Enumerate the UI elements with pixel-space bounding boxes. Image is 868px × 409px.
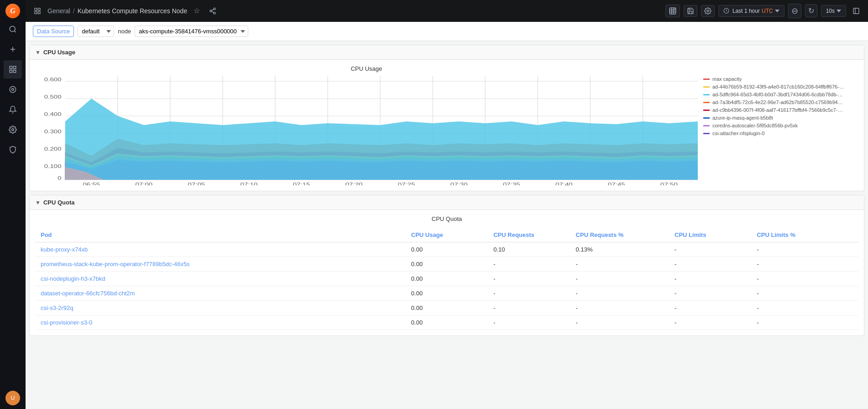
- legend-label-1: ad-44b76b59-8192-43f9-a4e0-817cb160c208-…: [712, 84, 845, 89]
- cell-lim-pct-5: -: [751, 315, 858, 330]
- col-header-requests-pct[interactable]: CPU Requests %: [570, 228, 669, 242]
- legend-label-7: csi-attacher-nfsplugin-0: [712, 131, 764, 136]
- sidebar-item-explore[interactable]: [4, 80, 22, 99]
- cpu-usage-chart: 0.600 0.500 0.400 0.300 0.200 0.100 0: [35, 76, 698, 185]
- svg-text:07:10: 07:10: [241, 182, 258, 185]
- legend-label-max-capacity: max capacity: [712, 76, 742, 82]
- legend-item-5[interactable]: azure-ip-masq-agent-b5b8t: [703, 115, 858, 121]
- svg-text:07:15: 07:15: [293, 182, 310, 185]
- legend-item-max-capacity[interactable]: max capacity: [703, 76, 858, 82]
- cpu-quota-chevron-icon: ▼: [35, 199, 41, 206]
- col-header-requests[interactable]: CPU Requests: [488, 228, 570, 242]
- sidebar-toggle-button[interactable]: [850, 5, 863, 16]
- breadcrumb-general[interactable]: General: [47, 7, 70, 15]
- svg-text:07:40: 07:40: [555, 182, 573, 185]
- cell-req-pct-2: -: [570, 272, 669, 286]
- breadcrumb: General / Kubernetes Compute Resources N…: [47, 7, 187, 15]
- sidebar-item-search[interactable]: [4, 20, 22, 38]
- cell-pod-5[interactable]: csi-provisioner-s3-0: [35, 315, 406, 330]
- add-panel-button[interactable]: [665, 5, 680, 17]
- svg-line-19: [212, 9, 214, 10]
- utc-label: UTC: [762, 8, 773, 14]
- grid-icon-button[interactable]: [31, 5, 44, 16]
- svg-rect-4: [10, 66, 12, 68]
- grafana-logo[interactable]: G: [5, 4, 20, 18]
- cpu-usage-section-header[interactable]: ▼ CPU Usage: [30, 45, 864, 60]
- svg-rect-11: [35, 8, 37, 10]
- svg-point-8: [10, 86, 16, 93]
- cell-pod-0[interactable]: kube-proxy-x74xb: [35, 242, 406, 257]
- cpu-usage-title: CPU Usage: [43, 49, 75, 56]
- cell-req-pct-4: -: [570, 301, 669, 315]
- sidebar-item-configuration[interactable]: [4, 121, 22, 139]
- col-header-pod[interactable]: Pod: [35, 228, 406, 242]
- legend-item-4[interactable]: ad-c9bb4396-007f-4f08-aaf7-416177bffbf4-…: [703, 107, 858, 113]
- refresh-interval-label: 10s: [826, 8, 835, 14]
- sidebar-item-alerting[interactable]: [4, 100, 22, 119]
- cpu-usage-section: ▼ CPU Usage CPU Usage 0.600 0.500 0.400 …: [29, 45, 864, 191]
- svg-rect-12: [38, 8, 40, 10]
- cell-limits-2: -: [669, 272, 751, 286]
- col-header-usage[interactable]: CPU Usage: [406, 228, 488, 242]
- star-button[interactable]: ☆: [191, 5, 203, 17]
- zoom-out-button[interactable]: ⊖: [788, 4, 801, 18]
- legend-label-3: ad-7a3b4df5-72c6-4e22-96e7-ad62b7b85520-…: [712, 100, 845, 105]
- cell-pod-1[interactable]: prometheus-stack-kube-prom-operator-f778…: [35, 257, 406, 272]
- svg-point-10: [12, 129, 14, 131]
- svg-point-0: [10, 26, 15, 31]
- table-row: dataset-operator-66cfc756bd-cht2m 0.00 -…: [35, 286, 858, 301]
- time-range-button[interactable]: Last 1 hour UTC: [718, 5, 784, 17]
- dashboard-settings-button[interactable]: [701, 5, 715, 17]
- col-header-limits[interactable]: CPU Limits: [669, 228, 751, 242]
- cpu-quota-section-header[interactable]: ▼ CPU Quota: [30, 195, 864, 210]
- cell-pod-3[interactable]: dataset-operator-66cfc756bd-cht2m: [35, 286, 406, 301]
- user-avatar[interactable]: U: [5, 391, 20, 405]
- cpu-usage-chevron-icon: ▼: [35, 49, 41, 56]
- refresh-interval-button[interactable]: 10s: [821, 5, 846, 17]
- cell-requests-3: -: [488, 286, 570, 301]
- breadcrumb-separator: /: [73, 7, 75, 15]
- col-header-limits-pct[interactable]: CPU Limits %: [751, 228, 858, 242]
- svg-point-17: [214, 12, 215, 14]
- svg-text:0.300: 0.300: [44, 129, 62, 135]
- legend-label-6: coredns-autoscaler-5f85dc856b-pv5xk: [712, 123, 798, 128]
- cpu-quota-table: Pod CPU Usage CPU Requests CPU Requests …: [35, 228, 858, 330]
- cell-requests-5: -: [488, 315, 570, 330]
- cpu-usage-legend: max capacity ad-44b76b59-8192-43f9-a4e0-…: [703, 65, 858, 185]
- legend-label-5: azure-ip-masq-agent-b5b8t: [712, 115, 773, 121]
- legend-item-2[interactable]: ad-5dffc964-65d3-4bf0-b0d7-3bdf17434d06-…: [703, 92, 858, 97]
- datasource-select[interactable]: default: [78, 26, 114, 37]
- cell-pod-4[interactable]: csi-s3-2r92q: [35, 301, 406, 315]
- cell-req-pct-0: 0.13%: [570, 242, 669, 257]
- sidebar-item-dashboards[interactable]: [4, 60, 22, 79]
- svg-rect-28: [853, 8, 859, 14]
- cell-pod-2[interactable]: csi-nodeplugin-h3-x7bkd: [35, 272, 406, 286]
- cell-usage-3: 0.00: [406, 286, 488, 301]
- svg-text:06:55: 06:55: [83, 182, 100, 185]
- cell-requests-4: -: [488, 301, 570, 315]
- node-select[interactable]: aks-compute-35841476-vmss000000: [135, 26, 248, 37]
- cell-requests-1: -: [488, 257, 570, 272]
- refresh-button[interactable]: ↻: [805, 4, 817, 17]
- sidebar-item-new[interactable]: [4, 40, 22, 58]
- cell-limits-3: -: [669, 286, 751, 301]
- cell-req-pct-5: -: [570, 315, 669, 330]
- legend-item-1[interactable]: ad-44b76b59-8192-43f9-a4e0-817cb160c208-…: [703, 84, 858, 89]
- svg-point-9: [12, 89, 14, 91]
- svg-text:0.200: 0.200: [44, 146, 62, 152]
- cell-lim-pct-0: -: [751, 242, 858, 257]
- legend-item-7[interactable]: csi-attacher-nfsplugin-0: [703, 131, 858, 136]
- svg-point-15: [214, 8, 215, 10]
- cell-usage-1: 0.00: [406, 257, 488, 272]
- svg-text:07:20: 07:20: [345, 182, 363, 185]
- save-dashboard-button[interactable]: [684, 5, 697, 17]
- cell-limits-1: -: [669, 257, 751, 272]
- cell-usage-0: 0.00: [406, 242, 488, 257]
- share-button[interactable]: [206, 5, 219, 16]
- legend-item-3[interactable]: ad-7a3b4df5-72c6-4e22-96e7-ad62b7b85520-…: [703, 100, 858, 105]
- cpu-usage-chart-container: CPU Usage 0.600 0.500 0.400 0.300 0.200 …: [30, 60, 864, 191]
- legend-item-6[interactable]: coredns-autoscaler-5f85dc856b-pv5xk: [703, 123, 858, 128]
- svg-text:07:00: 07:00: [135, 182, 152, 185]
- sidebar-item-shield[interactable]: [4, 141, 22, 159]
- cell-limits-4: -: [669, 301, 751, 315]
